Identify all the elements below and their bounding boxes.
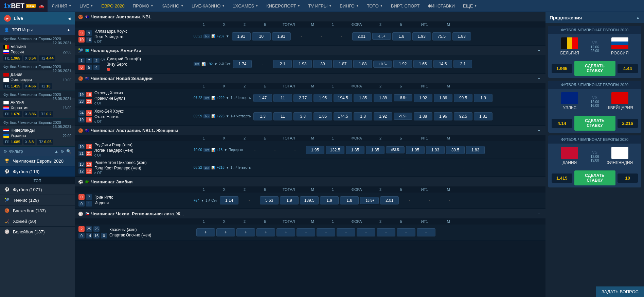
top-games-icon: 👤 (4, 28, 9, 32)
odd-11[interactable]: 75.5 (432, 32, 451, 40)
t-odd-12[interactable]: 2.1 (453, 60, 472, 68)
bet-btn-1[interactable]: СДЕЛАТЬ СТАВКУ (574, 61, 615, 76)
odd-1[interactable]: 1.91 (232, 32, 251, 40)
sidebar-top-games[interactable]: 👤 ТОП Игры ▲ (0, 24, 75, 35)
odd-x[interactable]: Х 3.54 (23, 55, 38, 61)
prop-odd1-3[interactable]: 1.415 (552, 174, 572, 183)
czech-plus[interactable]: + (538, 212, 540, 216)
nav-live-casino[interactable]: LIVE-КАЗИНО ▼ (187, 0, 229, 12)
event-header-tennis: 🎾 🇰🇿 Челленджер. Алма-Ата + (75, 46, 545, 55)
bet-btn-2[interactable]: СДЕЛАТЬ СТАВКУ (574, 116, 615, 131)
nav-live[interactable]: LIVE ▼ (75, 0, 97, 12)
nz-plus[interactable]: + (538, 76, 540, 81)
odd-7[interactable]: 2.01 (352, 32, 371, 40)
odds-header-czech: 1 Х 2 Б ТОТАЛ М 1 ФОРА 2 Б ИТ1 М (75, 218, 545, 225)
nav-bingo[interactable]: БИНГО ▼ (336, 0, 363, 12)
event-section-nz: 🏀 🇳🇿 Чемпионат Новой Зеландии + 1 Х 2 Б … (75, 74, 545, 108)
prop-odd2-2[interactable]: 2.216 (618, 119, 638, 128)
t-odd-3[interactable]: 2.1 (273, 60, 292, 68)
flag-denmark (3, 73, 9, 77)
sidebar-football[interactable]: ⚽ Футбол (116) (0, 166, 75, 177)
odd-p1-eng[interactable]: П1 1.676 (3, 111, 22, 117)
odd-4: - (292, 32, 311, 40)
flag-russia (3, 50, 9, 54)
t-odd-1[interactable]: 1.74 (233, 60, 252, 68)
nav-casino[interactable]: КАЗИНО ▼ (157, 0, 187, 12)
flag-netherlands (3, 129, 9, 132)
flag-denmark-large (561, 147, 578, 159)
sidebar-football-top[interactable]: ⚽ Футбол (1071) (0, 184, 75, 195)
odd-x-eng[interactable]: Х 3.86 (23, 111, 38, 117)
chart-icon[interactable]: 📊 (211, 34, 215, 38)
sidebar-live[interactable]: ▶ Live ◀ (0, 12, 75, 24)
chat-button[interactable]: ЗАДАТЬ ВОПРОС (596, 286, 644, 297)
proposals-arrow[interactable]: ▲ (636, 15, 640, 20)
nav-more[interactable]: ЕЩЁ ▼ (459, 0, 481, 12)
nbl1w-plus[interactable]: + (538, 128, 540, 133)
team2-redcity: Логан Тандерс (жен) (94, 148, 133, 153)
t-odd-9[interactable]: 1.92 (393, 60, 412, 68)
nav-1xgames[interactable]: 1XGAMES ▼ (229, 0, 262, 12)
prop-odd1-1[interactable]: 1.965 (552, 64, 572, 73)
match-row-czech: 2 25 25 0 14 16 0 Квасины (жен) (75, 225, 545, 241)
sidebar-hockey[interactable]: 🏒 Хоккей (50) (0, 216, 75, 227)
t-odd-8[interactable]: +0.5- (373, 61, 392, 68)
t-odd-10[interactable]: 1.65 (413, 60, 432, 68)
sidebar-basketball[interactable]: 🏀 Баскетбол (133) (0, 205, 75, 216)
t-odd-6[interactable]: 1.87 (333, 60, 352, 68)
sidebar-volleyball[interactable]: 🏐 Волейбол (137) (0, 227, 75, 237)
filter-settings-icon[interactable]: ⚙ (60, 149, 64, 154)
nav-liniya[interactable]: ЛИНИЯ ▼ (48, 0, 75, 12)
vs-section-3: VS 12.06 19:00 (590, 150, 599, 162)
odd-8[interactable]: -1.5+ (372, 33, 391, 40)
hockey-label: Хоккей (50) (13, 219, 71, 224)
odd-p1-dk[interactable]: П1 1.415 (3, 83, 22, 89)
odd-p1[interactable]: П1 1.965 (3, 55, 22, 61)
team-ukraine: Украина (3, 133, 63, 138)
odd-p2-nl[interactable]: П2 6.05 (37, 139, 53, 145)
denmark-name: ДАНИЯ (552, 160, 588, 165)
nbl-plus[interactable]: + (538, 15, 540, 19)
t-odd-5[interactable]: 30 (313, 60, 332, 68)
filter-icon[interactable]: ⚙ (3, 149, 7, 154)
odd-2[interactable]: 10 (252, 32, 271, 40)
odd-12[interactable]: 1.83 (452, 32, 471, 40)
nav-tv-games[interactable]: TV ИГРЫ ▼ (304, 0, 336, 12)
nav-toto[interactable]: ТОТО ▼ (363, 0, 387, 12)
t-odd-4[interactable]: 1.93 (293, 60, 312, 68)
odd-10[interactable]: 1.93 (412, 32, 431, 40)
bet-btn-3[interactable]: СДЕЛАТЬ СТАВКУ (574, 170, 615, 185)
odd-x-nl[interactable]: Х 3.8 (23, 139, 36, 145)
finland-name: ФИНЛЯНДИЯ (602, 160, 638, 165)
match-item-england: Англия Хорватия 16:00 П1 1.676 (0, 98, 75, 118)
t-odd-11[interactable]: 14.5 (433, 60, 452, 68)
nav-euro2020[interactable]: ЕВРО 2020 (97, 0, 128, 12)
odd-p2-eng[interactable]: П2 6.2 (39, 111, 53, 117)
sidebar-euro2020[interactable]: 🏆 Чемпионат Европы 2020 (0, 156, 75, 166)
sidebar-tennis[interactable]: 🎾 Теннис (129) (0, 195, 75, 205)
prop-odd2-3[interactable]: 10 (618, 174, 638, 183)
filter-search-icon[interactable]: 🔍 (66, 149, 71, 154)
nav-finstav[interactable]: ФИНСТАВКИ (424, 0, 459, 12)
odds-header-nbl: 1 Х 2 Б ТОТАЛ М 1 ФОРА 2 Б ИТ1 М (75, 21, 545, 28)
logo[interactable]: 1xBET NEW 🚗 (0, 0, 48, 12)
match-row-rockhamton: 13 13 12 12 Рокгемптон Циклонес (жен) Го… (75, 159, 545, 177)
t-odd-7[interactable]: 1.88 (353, 60, 372, 68)
odd-p2[interactable]: П2 4.44 (39, 55, 55, 61)
odd-9[interactable]: 1.8 (392, 32, 411, 40)
nav-virtual-sport[interactable]: ВИРТ. СПОРТ (387, 0, 424, 12)
zambia-plus[interactable]: + (538, 180, 540, 184)
odd-3[interactable]: 1.91 (272, 32, 291, 40)
nav-promo[interactable]: ПРОМО ▼ (129, 0, 158, 12)
odd-p1-nl[interactable]: П1 1.685 (3, 139, 22, 145)
prop-odd1-2[interactable]: 4.14 (552, 119, 572, 128)
flag-switz-large (611, 92, 628, 104)
nav-cybersport[interactable]: КИБЕРСПОРТ ▼ (262, 0, 304, 12)
odd-p2-dk[interactable]: П2 10 (39, 83, 52, 89)
filter-up-icon[interactable]: ▲ (54, 149, 58, 154)
czech-flag: 🇨🇿 (85, 212, 89, 216)
event-section-czech: 🏐 🇨🇿 Чемпионат Чехии. Региональная лига.… (75, 209, 545, 241)
tennis-plus[interactable]: + (538, 48, 540, 53)
prop-odd2-1[interactable]: 4.44 (618, 64, 638, 73)
odd-x-dk[interactable]: Х 4.66 (23, 83, 38, 89)
